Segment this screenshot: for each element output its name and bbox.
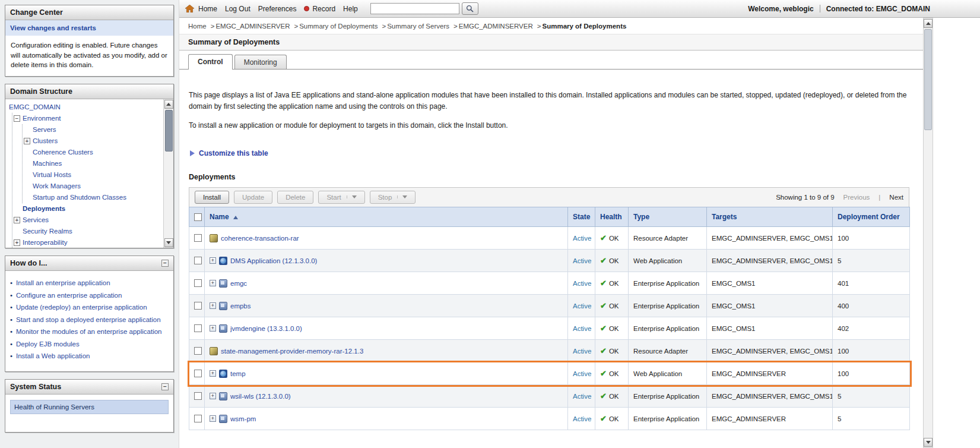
plus-box-icon[interactable] [24,138,30,144]
tab-monitoring[interactable]: Monitoring [234,55,287,69]
deployment-name-link[interactable]: emgc [230,280,247,287]
howto-link-configure-enterprise-app[interactable]: Configure an enterprise application [16,292,122,299]
search-input[interactable] [370,3,459,14]
tree-link-services[interactable]: Services [23,216,49,223]
tree-link-security-realms[interactable]: Security Realms [23,228,72,235]
scrollbar-track[interactable] [924,29,933,437]
state-value: Active [573,325,591,332]
breadcrumb-item-summary-deployments[interactable]: Summary of Deployments [299,23,378,30]
tree-link-emgc-domain[interactable]: EMGC_DOMAIN [9,103,61,111]
breadcrumb-item-home[interactable]: Home [188,23,207,30]
change-center-header: Change Center [5,5,173,20]
row-checkbox[interactable] [194,234,202,242]
row-checkbox[interactable] [194,415,202,422]
tree-link-virtual-hosts[interactable]: Virtual Hosts [33,171,71,178]
scrollbar-track[interactable] [164,109,173,238]
scrollbar-thumb[interactable] [165,110,173,152]
expand-row-icon[interactable] [210,415,216,422]
breadcrumb-item-adminserver-2[interactable]: EMGC_ADMINSERVER [459,23,533,30]
domain-structure-panel: Domain Structure EMGC_DOMAIN Environment… [5,84,174,248]
tree-link-work-managers[interactable]: Work Managers [33,182,81,190]
topbar-link-logout[interactable]: Log Out [225,5,250,13]
next-page-link[interactable]: Next [889,194,903,201]
plus-box-icon[interactable] [14,217,20,223]
expand-row-icon[interactable] [210,325,216,332]
breadcrumb-item-summary-servers[interactable]: Summary of Servers [387,23,449,30]
tree-link-interoperability[interactable]: Interoperability [23,239,67,246]
howto-link-update-enterprise-app[interactable]: Update (redeploy) an enterprise applicat… [16,304,147,311]
domain-tree: EMGC_DOMAIN Environment Servers Clusters… [5,99,163,248]
topbar-link-record[interactable]: Record [312,5,335,13]
tree-link-environment[interactable]: Environment [23,115,61,122]
expand-row-icon[interactable] [210,302,216,309]
tab-control[interactable]: Control [188,54,233,70]
deployment-name-link[interactable]: DMS Application (12.1.3.0.0) [230,257,317,264]
breadcrumb-item-adminserver[interactable]: EMGC_ADMINSERVER [215,23,290,30]
expand-row-icon[interactable] [210,370,216,377]
minus-box-icon[interactable] [14,115,20,122]
deployment-name-link[interactable]: coherence-transaction-rar [221,235,299,242]
row-checkbox[interactable] [194,347,202,355]
tree-item-environment: Environment [14,113,162,124]
scrollbar-thumb[interactable] [924,29,932,130]
list-item: Install an enterprise application [9,279,169,288]
view-changes-link[interactable]: View changes and restarts [10,24,96,31]
row-checkbox[interactable] [194,257,202,264]
expand-row-icon[interactable] [210,257,216,264]
collapse-panel-icon[interactable] [161,260,169,267]
delete-button[interactable]: Delete [277,191,313,204]
previous-page-link[interactable]: Previous [843,194,870,201]
home-icon [185,5,194,12]
search-button[interactable] [462,2,478,15]
expand-row-icon[interactable] [210,393,216,399]
howto-link-monitor-modules[interactable]: Monitor the modules of an enterprise app… [16,328,161,335]
deployment-name-link[interactable]: state-management-provider-memory-rar-12.… [221,348,363,355]
tree-link-servers[interactable]: Servers [33,126,56,133]
expand-arrow-icon[interactable] [190,150,195,156]
scrollbar-down-button[interactable] [164,238,173,247]
deployment-name-link[interactable]: temp [230,370,246,377]
topbar-link-home[interactable]: Home [198,5,217,13]
deployment-name-link[interactable]: jvmdengine (13.3.1.0.0) [230,325,302,332]
deployment-order-value: 400 [833,295,910,317]
row-checkbox[interactable] [194,392,202,400]
scrollbar-up-button[interactable] [924,19,933,28]
tree-link-deployments[interactable]: Deployments [23,205,65,212]
system-status-title: System Status [10,383,61,391]
deployments-table: Name State Health Type Targets Deploymen… [189,207,910,430]
start-menu-button[interactable]: Start [318,191,364,204]
tree-link-startup-shutdown-classes[interactable]: Startup and Shutdown Classes [33,194,126,201]
expand-row-icon[interactable] [210,280,216,286]
deployment-name-link[interactable]: empbs [230,302,251,310]
update-button[interactable]: Update [234,191,272,204]
list-item: Monitor the modules of an enterprise app… [9,327,169,337]
howto-link-install-enterprise-app[interactable]: Install an enterprise application [16,279,110,286]
howto-link-start-stop-enterprise-app[interactable]: Start and stop a deployed enterprise app… [16,316,161,323]
ok-health-icon [600,414,607,423]
row-checkbox[interactable] [194,324,202,332]
topbar-link-help[interactable]: Help [343,5,358,13]
sort-ascending-icon[interactable] [233,216,238,219]
row-checkbox[interactable] [194,302,202,310]
chevron-down-icon [347,195,357,198]
install-button[interactable]: Install [195,191,229,204]
select-all-checkbox[interactable] [194,213,202,221]
tree-link-clusters[interactable]: Clusters [33,137,58,144]
ok-health-icon [600,392,607,400]
scrollbar-up-button[interactable] [164,100,173,109]
row-checkbox[interactable] [194,279,202,287]
howto-link-install-web-app[interactable]: Install a Web application [16,352,90,359]
topbar-link-preferences[interactable]: Preferences [258,5,297,13]
scrollbar-down-button[interactable] [924,438,933,447]
deployment-name-link[interactable]: wsil-wls (12.1.3.0.0) [230,393,291,400]
table-row: wsm-pm Active OK Enterprise Application … [189,408,910,430]
customize-table-link[interactable]: Customize this table [199,149,268,157]
tree-link-machines[interactable]: Machines [33,160,62,167]
howto-link-deploy-ejb-modules[interactable]: Deploy EJB modules [16,340,80,348]
stop-menu-button[interactable]: Stop [370,191,416,204]
deployment-name-link[interactable]: wsm-pm [230,415,256,422]
tree-link-coherence-clusters[interactable]: Coherence Clusters [33,149,93,156]
plus-box-icon[interactable] [14,239,20,246]
collapse-panel-icon[interactable] [161,383,169,390]
row-checkbox[interactable] [194,370,202,377]
